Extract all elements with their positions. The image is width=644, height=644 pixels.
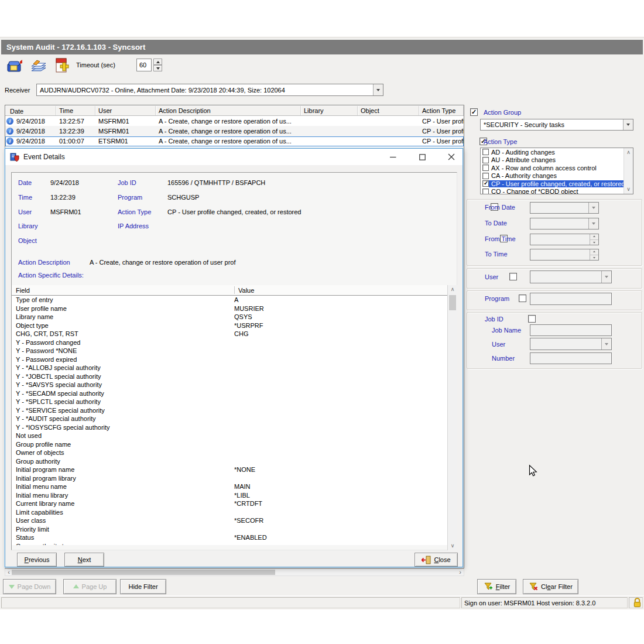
- reports-stack-icon[interactable]: [28, 56, 49, 76]
- hide-filter-button[interactable]: Hide Filter: [120, 579, 166, 594]
- receiver-dropdown-button[interactable]: [373, 84, 383, 95]
- column-header-user[interactable]: User: [95, 105, 156, 115]
- detail-row[interactable]: Library name QSYS: [12, 313, 447, 321]
- action-type-option[interactable]: AU - Attribute changes: [481, 156, 624, 165]
- detail-row[interactable]: User class *SECOFR: [12, 516, 447, 525]
- option-checkbox[interactable]: [482, 165, 489, 171]
- close-window-button[interactable]: [441, 149, 461, 165]
- minimize-button[interactable]: [383, 149, 403, 165]
- program-checkbox[interactable]: [519, 294, 526, 302]
- detail-row[interactable]: Y - Password *NONE: [12, 347, 447, 355]
- column-header-date[interactable]: Date: [5, 105, 56, 115]
- program-input[interactable]: [530, 293, 612, 305]
- scroll-up-icon[interactable]: ∧: [624, 148, 633, 157]
- page-up-button[interactable]: Page Up: [63, 579, 117, 594]
- option-checkbox[interactable]: [482, 189, 489, 194]
- detail-row[interactable]: Owner of objects: [12, 448, 447, 457]
- details-table-body[interactable]: Type of entry A User profile name MUSRIE…: [12, 296, 447, 545]
- from-date-dropdown-button[interactable]: [588, 203, 598, 213]
- to-time-spinner[interactable]: [530, 249, 599, 261]
- detail-row[interactable]: Priority limit: [12, 525, 447, 534]
- from-time-spin-buttons[interactable]: [590, 234, 598, 245]
- detail-row[interactable]: Y - *JOBCTL special authority: [12, 372, 447, 381]
- event-row[interactable]: 9/24/2018 13:22:39 MSFRM01 A - Create, c…: [5, 126, 464, 136]
- action-type-option[interactable]: AX - Row and column access control: [481, 164, 624, 172]
- details-scrollbar[interactable]: ∧ ∨: [447, 285, 457, 550]
- scroll-right-icon[interactable]: ›: [457, 569, 464, 576]
- detail-row[interactable]: Y - *SERVICE special authority: [12, 406, 447, 415]
- action-group-combobox[interactable]: *SECURITY - Security tasks: [480, 119, 633, 131]
- detail-row[interactable]: Status *ENABLED: [12, 533, 447, 542]
- detail-row[interactable]: Not used: [12, 431, 447, 440]
- timeout-down-button[interactable]: [153, 65, 162, 71]
- detail-row[interactable]: Group authority type: [12, 542, 447, 546]
- column-header-description[interactable]: Action Description: [156, 105, 301, 115]
- previous-button[interactable]: Previous: [17, 553, 57, 567]
- detail-row[interactable]: Group authority: [12, 457, 447, 466]
- detail-row[interactable]: Initial program library: [12, 474, 447, 483]
- detail-row[interactable]: Y - *IOSYSCFG special authority: [12, 423, 447, 432]
- field-column-header[interactable]: Field: [16, 287, 30, 294]
- user-combobox[interactable]: [530, 270, 612, 283]
- action-group-checkbox[interactable]: [470, 108, 478, 116]
- column-header-action-type[interactable]: Action Type: [419, 105, 464, 115]
- job-number-input[interactable]: [530, 352, 612, 364]
- option-checkbox[interactable]: [482, 180, 489, 187]
- action-type-option[interactable]: CP - User profile changed, created, or r…: [481, 180, 624, 188]
- timeout-up-button[interactable]: [153, 59, 162, 65]
- job-id-checkbox[interactable]: [528, 315, 536, 323]
- close-button[interactable]: Close: [415, 553, 458, 567]
- option-checkbox[interactable]: [482, 149, 489, 155]
- action-type-scrollbar[interactable]: ∧ ∨: [624, 148, 633, 194]
- option-checkbox[interactable]: [482, 173, 489, 179]
- option-checkbox[interactable]: [482, 157, 489, 163]
- filter-button[interactable]: Filter: [477, 579, 516, 594]
- user-dropdown-button[interactable]: [601, 271, 611, 283]
- timeout-input[interactable]: 60: [136, 59, 152, 71]
- user-checkbox[interactable]: [509, 273, 517, 280]
- scrollbar-thumb[interactable]: [12, 570, 275, 575]
- event-row[interactable]: 9/24/2018 01:00:07 ETSRM01 A - Create, c…: [5, 136, 464, 146]
- detail-row[interactable]: Initial program name *NONE: [12, 465, 447, 474]
- action-group-dropdown-button[interactable]: [623, 119, 633, 130]
- maximize-button[interactable]: [412, 149, 432, 165]
- column-header-time[interactable]: Time: [56, 105, 95, 115]
- audit-notepad-icon[interactable]: [52, 56, 73, 76]
- scroll-down-icon[interactable]: ∨: [624, 185, 633, 194]
- detail-row[interactable]: Y - Password changed: [12, 338, 447, 347]
- scroll-down-icon[interactable]: ∨: [448, 542, 457, 550]
- detail-row[interactable]: Y - *SAVSYS special authority: [12, 381, 447, 389]
- detail-row[interactable]: Initial menu name MAIN: [12, 482, 447, 491]
- app-titlebar[interactable]: System Audit - 172.16.1.103 - Syncsort: [1, 40, 643, 54]
- detail-row[interactable]: Initial menu library *LIBL: [12, 491, 447, 500]
- column-header-library[interactable]: Library: [301, 105, 358, 115]
- mailbox-icon[interactable]: [5, 56, 26, 76]
- column-header-object[interactable]: Object: [358, 105, 419, 115]
- event-row[interactable]: 9/24/2018 13:22:57 MSFRM01 A - Create, c…: [5, 116, 464, 126]
- detail-row[interactable]: Y - Password expired: [12, 355, 447, 364]
- detail-row[interactable]: Y - *ALLOBJ special authority: [12, 364, 447, 372]
- detail-row[interactable]: CHG, CRT, DST, RST CHG: [12, 330, 447, 338]
- detail-row[interactable]: Type of entry A: [12, 296, 447, 304]
- next-button[interactable]: Next: [64, 553, 104, 567]
- detail-row[interactable]: Object type *USRPRF: [12, 321, 447, 330]
- value-column-header[interactable]: Value: [238, 287, 254, 294]
- to-time-spin-buttons[interactable]: [590, 249, 598, 260]
- from-time-spinner[interactable]: [530, 234, 599, 245]
- page-down-button[interactable]: Page Down: [3, 579, 56, 594]
- detail-row[interactable]: Current library name *CRTDFT: [12, 499, 447, 508]
- to-date-dropdown-button[interactable]: [588, 218, 598, 229]
- clear-filter-button[interactable]: Clear Filter: [523, 579, 578, 594]
- to-date-combobox[interactable]: [530, 218, 599, 229]
- job-user-combobox[interactable]: [530, 338, 612, 350]
- scrollbar-thumb[interactable]: [449, 295, 456, 310]
- detail-row[interactable]: Y - *SECADM special authority: [12, 389, 447, 398]
- job-name-input[interactable]: [530, 324, 612, 336]
- action-type-option[interactable]: CA - Authority changes: [481, 172, 624, 180]
- detail-row[interactable]: User profile name MUSRIER: [12, 304, 447, 313]
- detail-row[interactable]: Y - *SPLCTL special authority: [12, 398, 447, 406]
- from-date-combobox[interactable]: [530, 202, 599, 214]
- horizontal-scrollbar[interactable]: ‹ ›: [5, 568, 464, 576]
- job-user-dropdown-button[interactable]: [601, 338, 611, 350]
- detail-row[interactable]: Group profile name: [12, 440, 447, 449]
